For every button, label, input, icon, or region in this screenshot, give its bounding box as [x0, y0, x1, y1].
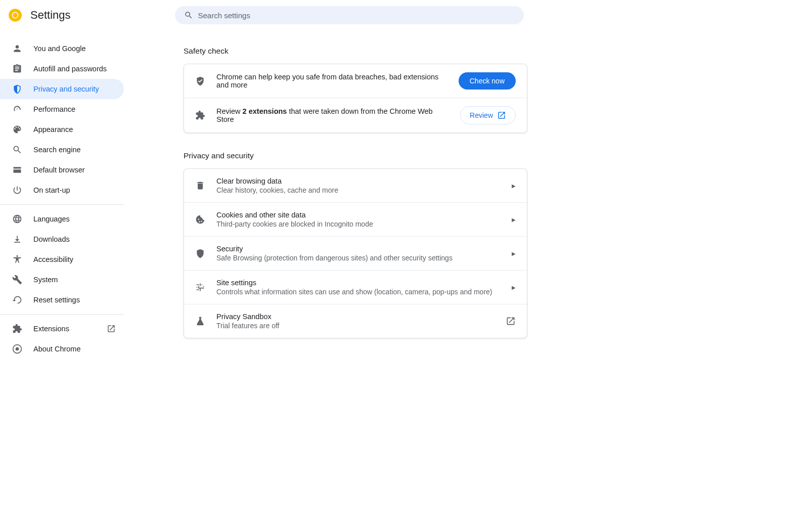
sidebar-item-label: Accessibility: [33, 255, 73, 263]
row-title: Security: [216, 245, 501, 253]
safety-check-card: Chrome can help keep you safe from data …: [184, 64, 527, 133]
svg-point-4: [16, 347, 19, 351]
accessibility-icon: [12, 254, 22, 264]
open-external-icon: [107, 324, 116, 333]
sidebar-item-label: Downloads: [33, 235, 70, 243]
sidebar-divider: [0, 314, 124, 315]
row-title: Cookies and other site data: [216, 211, 501, 219]
sidebar-item-label: System: [33, 276, 58, 284]
sidebar-item-languages[interactable]: Languages: [0, 209, 124, 229]
row-text: Cookies and other site data Third-party …: [216, 211, 501, 228]
check-now-button[interactable]: Check now: [459, 72, 516, 90]
main-content: Safety check Chrome can help keep you sa…: [184, 30, 527, 359]
review-prefix: Review: [216, 107, 243, 115]
sidebar-item-label: Default browser: [33, 166, 85, 174]
browser-icon: [12, 165, 22, 175]
review-button-label: Review: [470, 111, 493, 119]
tune-icon: [195, 282, 205, 292]
open-external-icon: [497, 111, 506, 120]
review-button[interactable]: Review: [460, 106, 516, 124]
extensions-review-row: Review 2 extensions that were taken down…: [184, 98, 527, 132]
sidebar-item-downloads[interactable]: Downloads: [0, 229, 124, 249]
cookies-row[interactable]: Cookies and other site data Third-party …: [184, 203, 527, 237]
privacy-sandbox-row[interactable]: Privacy Sandbox Trial features are off: [184, 304, 527, 338]
sidebar-item-label: Search engine: [33, 146, 81, 154]
chevron-right-icon: ▶: [512, 217, 516, 223]
site-settings-row[interactable]: Site settings Controls what information …: [184, 271, 527, 304]
cookie-icon: [195, 214, 205, 225]
sidebar-item-performance[interactable]: Performance: [0, 99, 124, 119]
sidebar: You and Google Autofill and passwords Pr…: [0, 30, 124, 359]
section-title-safety: Safety check: [184, 47, 527, 56]
restore-icon: [12, 295, 22, 305]
sidebar-item-label: Autofill and passwords: [33, 65, 107, 73]
row-sub: Safe Browsing (protection from dangerous…: [216, 254, 501, 262]
security-row[interactable]: Security Safe Browsing (protection from …: [184, 237, 527, 271]
clipboard-icon: [12, 64, 22, 74]
sidebar-item-search-engine[interactable]: Search engine: [0, 140, 124, 160]
puzzle-icon: [195, 110, 205, 120]
flask-icon: [195, 316, 205, 326]
sidebar-item-you-and-google[interactable]: You and Google: [0, 38, 124, 59]
sidebar-item-label: Performance: [33, 105, 75, 113]
chevron-right-icon: ▶: [512, 183, 516, 189]
sidebar-item-label: You and Google: [33, 45, 85, 53]
verified-shield-icon: [195, 76, 205, 86]
sidebar-item-accessibility[interactable]: Accessibility: [0, 249, 124, 270]
shield-icon: [12, 84, 22, 94]
row-title: Site settings: [216, 279, 501, 287]
sidebar-item-label: Appearance: [33, 125, 73, 134]
shield-icon: [195, 248, 205, 258]
row-text: Clear browsing data Clear history, cooki…: [216, 177, 501, 194]
sidebar-item-label: Privacy and security: [33, 85, 99, 93]
chevron-right-icon: ▶: [512, 251, 516, 256]
search-box[interactable]: [175, 6, 524, 24]
privacy-card: Clear browsing data Clear history, cooki…: [184, 168, 527, 338]
sidebar-item-default-browser[interactable]: Default browser: [0, 160, 124, 180]
search-icon: [12, 145, 22, 155]
row-sub: Third-party cookies are blocked in Incog…: [216, 220, 501, 228]
header: Settings: [0, 0, 809, 30]
sidebar-item-autofill[interactable]: Autofill and passwords: [0, 59, 124, 79]
row-sub: Controls what information sites can use …: [216, 288, 501, 296]
sidebar-item-appearance[interactable]: Appearance: [0, 119, 124, 140]
row-text: Site settings Controls what information …: [216, 279, 501, 296]
sidebar-item-label: Reset settings: [33, 296, 80, 304]
open-external-icon: [506, 316, 516, 326]
sidebar-item-reset[interactable]: Reset settings: [0, 290, 124, 310]
row-sub: Clear history, cookies, cache and more: [216, 186, 501, 194]
chrome-logo-icon: [8, 8, 22, 22]
row-text: Security Safe Browsing (protection from …: [216, 245, 501, 262]
clear-browsing-data-row[interactable]: Clear browsing data Clear history, cooki…: [184, 169, 527, 203]
person-icon: [12, 43, 22, 54]
palette-icon: [12, 124, 22, 135]
search-icon: [184, 11, 193, 20]
row-text: Privacy Sandbox Trial features are off: [216, 313, 495, 330]
review-count: 2 extensions: [243, 107, 287, 115]
chevron-right-icon: ▶: [512, 285, 516, 290]
chrome-icon: [12, 344, 22, 354]
wrench-icon: [12, 275, 22, 285]
sidebar-item-on-startup[interactable]: On start-up: [0, 180, 124, 200]
sidebar-item-label: On start-up: [33, 186, 70, 194]
svg-point-2: [13, 13, 17, 17]
trash-icon: [195, 181, 205, 191]
sidebar-item-extensions[interactable]: Extensions: [0, 319, 124, 339]
sidebar-item-label: About Chrome: [33, 345, 81, 353]
speedometer-icon: [12, 104, 22, 114]
sidebar-item-about[interactable]: About Chrome: [0, 339, 124, 359]
puzzle-icon: [12, 324, 22, 334]
extensions-review-text: Review 2 extensions that were taken down…: [216, 107, 449, 123]
sidebar-item-label: Extensions: [33, 325, 69, 333]
sidebar-divider: [0, 204, 124, 205]
globe-icon: [12, 214, 22, 224]
safety-check-row: Chrome can help keep you safe from data …: [184, 64, 527, 98]
section-title-privacy: Privacy and security: [184, 151, 527, 160]
sidebar-item-system[interactable]: System: [0, 270, 124, 290]
sidebar-item-label: Languages: [33, 215, 70, 223]
search-input[interactable]: [198, 11, 515, 20]
power-icon: [12, 185, 22, 195]
page-title: Settings: [30, 9, 71, 22]
sidebar-item-privacy[interactable]: Privacy and security: [0, 79, 124, 99]
safety-check-text: Chrome can help keep you safe from data …: [216, 73, 447, 89]
